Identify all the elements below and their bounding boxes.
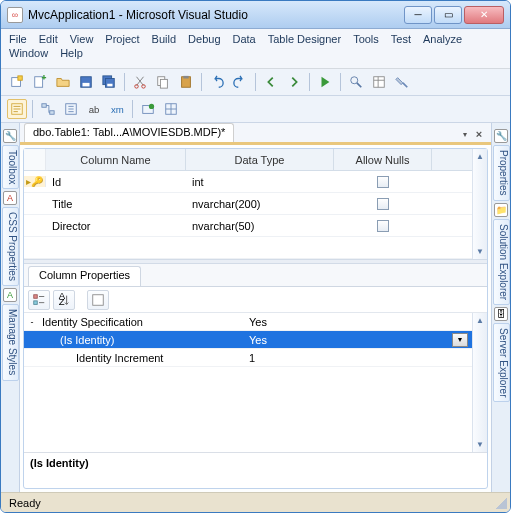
column-properties-panel: Column Properties AZ - Identity Specific… <box>24 264 487 488</box>
generate-script-button[interactable] <box>7 99 27 119</box>
copy-button[interactable] <box>153 72 173 92</box>
undo-button[interactable] <box>207 72 227 92</box>
column-row-title[interactable]: Title nvarchar(200) <box>24 193 472 215</box>
css-icon: A <box>3 191 17 205</box>
svg-text:xml: xml <box>111 104 124 115</box>
solution-explorer-tab[interactable]: Solution Explorer <box>493 219 510 305</box>
svg-text:ab: ab <box>89 104 100 115</box>
cell-type[interactable]: nvarchar(50) <box>186 215 334 236</box>
relationships-button[interactable] <box>38 99 58 119</box>
start-debug-button[interactable] <box>315 72 335 92</box>
prop-is-identity[interactable]: (Is Identity) Yes ▼ <box>24 331 472 349</box>
scroll-down-icon[interactable]: ▼ <box>473 244 487 259</box>
dropdown-icon[interactable]: ▼ <box>452 333 468 347</box>
null-checkbox[interactable] <box>377 220 389 232</box>
document-tab[interactable]: dbo.Table1: Tabl...A\MOVIESDB.MDF)* <box>24 123 234 142</box>
scroll-down-icon[interactable]: ▼ <box>473 437 487 452</box>
column-row-new[interactable] <box>24 237 472 259</box>
null-checkbox[interactable] <box>377 176 389 188</box>
scroll-up-icon[interactable]: ▲ <box>473 313 487 328</box>
menu-edit[interactable]: Edit <box>39 33 58 45</box>
fulltext-button[interactable]: ab <box>84 99 104 119</box>
spatial-button[interactable] <box>161 99 181 119</box>
menu-data[interactable]: Data <box>233 33 256 45</box>
properties-pane-tab[interactable]: Properties <box>493 145 510 201</box>
menu-build[interactable]: Build <box>152 33 176 45</box>
col-header-type[interactable]: Data Type <box>186 149 334 170</box>
cell-type[interactable]: int <box>186 171 334 192</box>
nav-back-button[interactable] <box>261 72 281 92</box>
svg-rect-1 <box>18 76 22 80</box>
css-properties-tab[interactable]: CSS Properties <box>2 207 19 286</box>
resize-grip[interactable] <box>495 497 507 509</box>
menu-debug[interactable]: Debug <box>188 33 220 45</box>
nav-fwd-button[interactable] <box>284 72 304 92</box>
cut-button[interactable] <box>130 72 150 92</box>
column-row-director[interactable]: Director nvarchar(50) <box>24 215 472 237</box>
cell-name[interactable]: Title <box>46 193 186 214</box>
menu-project[interactable]: Project <box>105 33 139 45</box>
left-dock: 🔧 Toolbox A CSS Properties A Manage Styl… <box>1 123 20 492</box>
toolbox-button[interactable] <box>392 72 412 92</box>
svg-rect-7 <box>107 84 112 87</box>
property-pages-button[interactable] <box>87 290 109 310</box>
add-item-button[interactable] <box>30 72 50 92</box>
toolbox-icon: 🔧 <box>3 129 17 143</box>
server-explorer-tab[interactable]: Server Explorer <box>493 323 510 402</box>
svg-rect-11 <box>160 79 167 88</box>
prop-identity-spec[interactable]: - Identity Specification Yes <box>24 313 472 331</box>
cell-type[interactable]: nvarchar(200) <box>186 193 334 214</box>
properties-tab[interactable]: Column Properties <box>28 266 141 286</box>
collapse-icon[interactable]: - <box>24 317 40 327</box>
col-header-name[interactable]: Column Name <box>46 149 186 170</box>
grid-scrollbar[interactable]: ▲ ▼ <box>472 149 487 259</box>
menu-file[interactable]: File <box>9 33 27 45</box>
alphabetical-button[interactable]: AZ <box>53 290 75 310</box>
menu-table-designer[interactable]: Table Designer <box>268 33 341 45</box>
indexes-button[interactable] <box>61 99 81 119</box>
find-button[interactable] <box>346 72 366 92</box>
maximize-button[interactable]: ▭ <box>434 6 462 24</box>
manage-styles-tab[interactable]: Manage Styles <box>2 304 19 380</box>
document-tabstrip: dbo.Table1: Tabl...A\MOVIESDB.MDF)* ▾ × <box>20 123 491 145</box>
svg-rect-18 <box>50 111 54 115</box>
property-grid: - Identity Specification Yes (Is Identit… <box>24 313 472 452</box>
open-button[interactable] <box>53 72 73 92</box>
col-header-null[interactable]: Allow Nulls <box>334 149 432 170</box>
svg-rect-15 <box>374 77 385 88</box>
menu-test[interactable]: Test <box>391 33 411 45</box>
titlebar: ∞ MvcApplication1 - Microsoft Visual Stu… <box>1 1 510 29</box>
toolbox-tab[interactable]: Toolbox <box>2 145 19 189</box>
scroll-up-icon[interactable]: ▲ <box>473 149 487 164</box>
props-scrollbar[interactable]: ▲ ▼ <box>472 313 487 452</box>
svg-rect-13 <box>183 76 188 79</box>
close-button[interactable]: ✕ <box>464 6 504 24</box>
paste-button[interactable] <box>176 72 196 92</box>
column-row-id[interactable]: ▸🔑 Id int <box>24 171 472 193</box>
save-button[interactable] <box>76 72 96 92</box>
cell-name[interactable]: Director <box>46 215 186 236</box>
null-checkbox[interactable] <box>377 198 389 210</box>
menu-window[interactable]: Window <box>9 47 48 59</box>
minimize-button[interactable]: ─ <box>404 6 432 24</box>
cell-name[interactable]: Id <box>46 171 186 192</box>
tab-close-button[interactable]: × <box>471 126 487 142</box>
menu-view[interactable]: View <box>70 33 94 45</box>
status-bar: Ready <box>1 492 510 512</box>
grid-header: Column Name Data Type Allow Nulls <box>24 149 472 171</box>
menu-tools[interactable]: Tools <box>353 33 379 45</box>
menu-help[interactable]: Help <box>60 47 83 59</box>
redo-button[interactable] <box>230 72 250 92</box>
properties-button[interactable] <box>369 72 389 92</box>
prop-identity-increment[interactable]: Identity Increment 1 <box>24 349 472 367</box>
svg-rect-4 <box>83 83 90 87</box>
save-all-button[interactable] <box>99 72 119 92</box>
categorized-button[interactable] <box>28 290 50 310</box>
tab-overflow-button[interactable]: ▾ <box>459 126 471 142</box>
menu-analyze[interactable]: Analyze <box>423 33 462 45</box>
new-project-button[interactable] <box>7 72 27 92</box>
svg-rect-2 <box>35 77 43 88</box>
xml-button[interactable]: xml <box>107 99 127 119</box>
check-button[interactable] <box>138 99 158 119</box>
app-window: ∞ MvcApplication1 - Microsoft Visual Stu… <box>0 0 511 513</box>
